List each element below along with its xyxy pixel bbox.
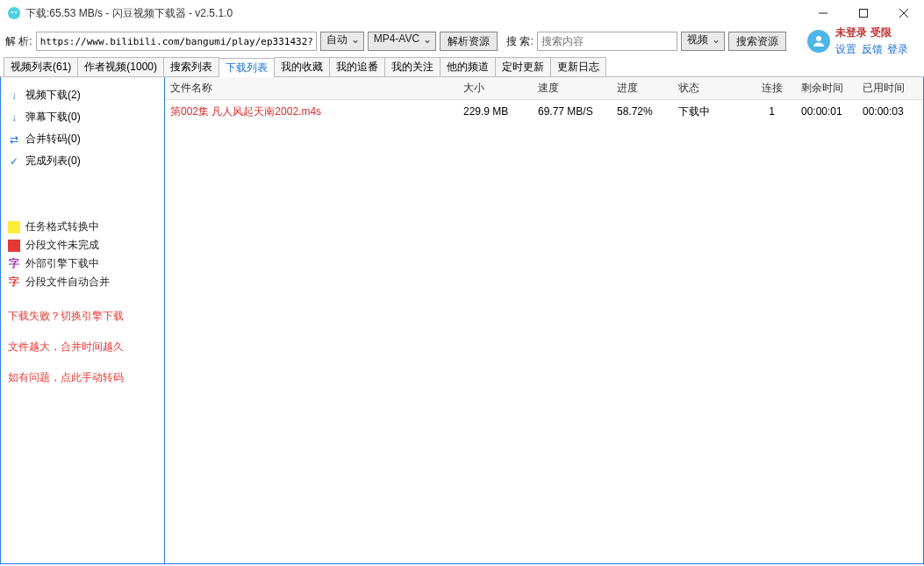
col-conn[interactable]: 连接 bbox=[748, 81, 796, 96]
tip-0[interactable]: 下载失败？切换引擎下载 bbox=[6, 305, 159, 327]
sidebar-icon: ⇄ bbox=[8, 133, 20, 146]
sidebar-label: 完成列表(0) bbox=[25, 154, 81, 168]
titlebar: 下载:65.53 MB/s - 闪豆视频下载器 - v2.5.1.0 bbox=[0, 0, 924, 26]
legend-2: 字外部引擎下载中 bbox=[6, 254, 159, 273]
svg-point-7 bbox=[816, 36, 821, 41]
tab-3[interactable]: 下载列表 bbox=[218, 58, 275, 77]
settings-link[interactable]: 设置 bbox=[835, 43, 856, 55]
tab-5[interactable]: 我的追番 bbox=[329, 57, 385, 76]
user-links: 设置 反馈 登录 bbox=[835, 42, 910, 57]
col-progress[interactable]: 进度 bbox=[612, 81, 673, 96]
login-link[interactable]: 登录 bbox=[887, 43, 908, 55]
tab-2[interactable]: 搜索列表 bbox=[163, 57, 219, 76]
window-controls bbox=[803, 0, 924, 26]
cell-progress: 58.72% bbox=[612, 105, 673, 118]
col-speed[interactable]: 速度 bbox=[533, 81, 612, 96]
format-select[interactable]: MP4-AVC bbox=[368, 32, 436, 51]
close-button[interactable] bbox=[884, 0, 924, 26]
cell-speed: 69.77 MB/S bbox=[533, 105, 612, 118]
tip-2[interactable]: 如有问题，点此手动转码 bbox=[6, 367, 159, 389]
svg-point-1 bbox=[11, 11, 13, 13]
url-input[interactable] bbox=[36, 32, 317, 51]
sidebar-icon: ✓ bbox=[8, 155, 20, 168]
legend-label: 分段文件未完成 bbox=[25, 238, 99, 253]
user-area: 未登录 受限 设置 反馈 登录 bbox=[807, 25, 919, 57]
download-table: 文件名称 大小 速度 进度 状态 连接 剩余时间 已用时间 第002集 凡人风起… bbox=[165, 77, 924, 564]
legend-swatch bbox=[8, 221, 20, 233]
tab-8[interactable]: 定时更新 bbox=[495, 57, 551, 76]
col-status[interactable]: 状态 bbox=[673, 81, 748, 96]
svg-point-0 bbox=[8, 7, 20, 19]
tip-1[interactable]: 文件越大，合并时间越久 bbox=[6, 336, 159, 358]
table-header: 文件名称 大小 速度 进度 状态 连接 剩余时间 已用时间 bbox=[165, 77, 923, 100]
col-elapsed[interactable]: 已用时间 bbox=[857, 81, 923, 96]
svg-point-2 bbox=[15, 11, 17, 13]
parse-button[interactable]: 解析资源 bbox=[440, 32, 498, 51]
tab-7[interactable]: 他的频道 bbox=[440, 57, 496, 76]
col-name[interactable]: 文件名称 bbox=[165, 81, 458, 96]
tab-0[interactable]: 视频列表(61) bbox=[4, 57, 78, 76]
avatar[interactable] bbox=[807, 30, 830, 53]
cell-status: 下载中 bbox=[673, 104, 748, 119]
search-label: 搜 索: bbox=[506, 34, 534, 49]
tab-4[interactable]: 我的收藏 bbox=[274, 57, 330, 76]
legend-label: 分段文件自动合并 bbox=[25, 275, 110, 290]
sidebar-icon: ↓ bbox=[8, 90, 20, 102]
parse-label: 解 析: bbox=[5, 34, 32, 49]
tab-9[interactable]: 更新日志 bbox=[550, 57, 606, 76]
tab-1[interactable]: 作者视频(1000) bbox=[77, 57, 164, 76]
sidebar-item-3[interactable]: ✓完成列表(0) bbox=[6, 150, 159, 172]
toolbar: 解 析: 自动 MP4-AVC 解析资源 搜 索: 视频 搜索资源 未登录 受限… bbox=[0, 26, 924, 56]
cell-size: 229.9 MB bbox=[458, 105, 533, 118]
sidebar-label: 视频下载(2) bbox=[25, 88, 81, 103]
minimize-button[interactable] bbox=[803, 0, 843, 26]
app-icon bbox=[7, 6, 21, 20]
legend-swatch bbox=[8, 240, 20, 252]
sidebar-item-0[interactable]: ↓视频下载(2) bbox=[6, 84, 159, 106]
legend-label: 任务格式转换中 bbox=[25, 219, 99, 234]
feedback-link[interactable]: 反馈 bbox=[862, 43, 883, 55]
legend-char: 字 bbox=[8, 275, 20, 290]
tabs: 视频列表(61)作者视频(1000)搜索列表下载列表我的收藏我的追番我的关注他的… bbox=[0, 56, 924, 77]
tab-6[interactable]: 我的关注 bbox=[384, 57, 441, 76]
legend-3: 字分段文件自动合并 bbox=[6, 273, 159, 291]
cell-remain: 00:00:01 bbox=[796, 105, 857, 118]
cell-elapsed: 00:00:03 bbox=[857, 105, 923, 118]
legend-0: 任务格式转换中 bbox=[6, 218, 159, 236]
search-type-select[interactable]: 视频 bbox=[681, 32, 725, 51]
legend-label: 外部引擎下载中 bbox=[25, 256, 99, 271]
legend-char: 字 bbox=[8, 256, 20, 271]
sidebar-item-1[interactable]: ↓弹幕下载(0) bbox=[6, 106, 159, 128]
mode-select[interactable]: 自动 bbox=[320, 32, 364, 51]
sidebar-label: 合并转码(0) bbox=[25, 132, 81, 147]
maximize-button[interactable] bbox=[843, 0, 884, 26]
login-status: 未登录 受限 bbox=[835, 25, 910, 40]
cell-name: 第002集 凡人风起天南2002.m4s bbox=[165, 104, 458, 119]
search-button[interactable]: 搜索资源 bbox=[728, 32, 786, 51]
table-row[interactable]: 第002集 凡人风起天南2002.m4s 229.9 MB 69.77 MB/S… bbox=[165, 100, 923, 123]
sidebar-item-2[interactable]: ⇄合并转码(0) bbox=[6, 128, 159, 150]
sidebar-label: 弹幕下载(0) bbox=[25, 110, 81, 125]
search-input[interactable] bbox=[537, 32, 677, 51]
cell-conn: 1 bbox=[748, 105, 796, 118]
svg-rect-4 bbox=[860, 10, 868, 18]
col-remain[interactable]: 剩余时间 bbox=[796, 81, 857, 96]
col-size[interactable]: 大小 bbox=[458, 81, 533, 96]
legend-1: 分段文件未完成 bbox=[6, 236, 159, 254]
window-title: 下载:65.53 MB/s - 闪豆视频下载器 - v2.5.1.0 bbox=[25, 6, 803, 21]
sidebar-icon: ↓ bbox=[8, 111, 20, 124]
sidebar: ↓视频下载(2)↓弹幕下载(0)⇄合并转码(0)✓完成列表(0) 任务格式转换中… bbox=[0, 77, 165, 564]
